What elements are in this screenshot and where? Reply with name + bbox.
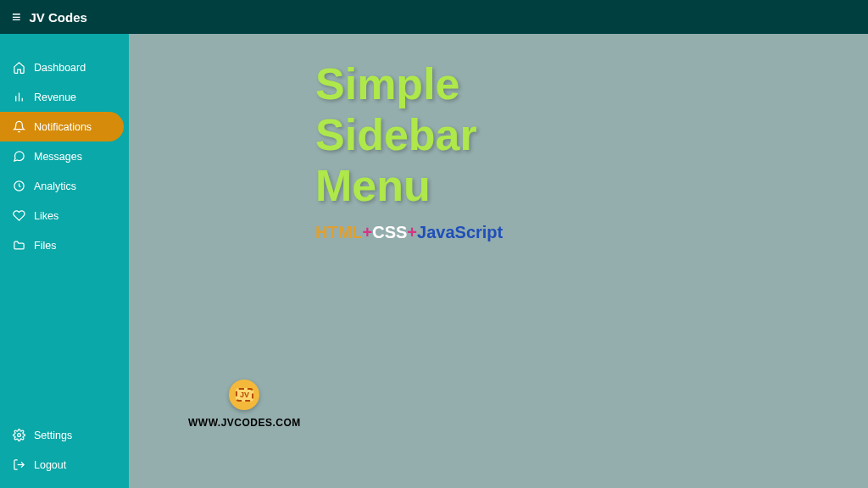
bar-chart-icon	[12, 91, 25, 104]
body: Dashboard Revenue Notifications Messages	[0, 34, 868, 488]
footer-block: JV WWW.JVCODES.COM	[188, 380, 301, 429]
hero-title: Simple Sidebar Menu	[315, 59, 868, 211]
sidebar-item-label: Notifications	[34, 121, 92, 133]
folder-icon	[12, 239, 25, 252]
topbar: ≡ JV Codes	[0, 0, 868, 34]
hero-line-2: Sidebar	[315, 110, 477, 159]
sidebar-item-label: Messages	[34, 151, 82, 163]
brand-title: JV Codes	[30, 10, 87, 25]
sidebar-item-label: Settings	[34, 430, 72, 441]
sidebar-item-label: Files	[34, 240, 56, 252]
sidebar-item-label: Analytics	[34, 180, 76, 192]
sub-html: HTML	[315, 223, 363, 241]
home-icon	[12, 61, 25, 75]
sub-plus-2: +	[407, 223, 417, 241]
sidebar-item-logout[interactable]: Logout	[0, 450, 124, 480]
main-content: Simple Sidebar Menu HTML+CSS+JavaScript …	[129, 34, 868, 488]
sidebar-item-revenue[interactable]: Revenue	[0, 82, 124, 112]
sidebar-bottom-group: Settings Logout	[0, 420, 129, 480]
menu-toggle-icon[interactable]: ≡	[12, 9, 21, 25]
sub-css: CSS	[372, 223, 407, 241]
hero-subline: HTML+CSS+JavaScript	[315, 223, 868, 242]
sub-plus-1: +	[363, 223, 373, 241]
sidebar-item-notifications[interactable]: Notifications	[0, 112, 124, 141]
logo-icon: JV	[229, 380, 259, 410]
hero-line-1: Simple	[315, 59, 460, 108]
svg-point-4	[17, 434, 20, 437]
sidebar-item-likes[interactable]: Likes	[0, 201, 124, 230]
message-icon	[12, 150, 25, 164]
sidebar-item-label: Dashboard	[34, 62, 86, 74]
sidebar-item-files[interactable]: Files	[0, 230, 124, 260]
gear-icon	[12, 429, 25, 442]
sub-js: JavaScript	[417, 223, 503, 241]
sidebar-item-label: Revenue	[34, 92, 76, 103]
sidebar-item-dashboard[interactable]: Dashboard	[0, 53, 124, 82]
hero-line-3: Menu	[315, 161, 431, 210]
sidebar-item-messages[interactable]: Messages	[0, 141, 124, 171]
sidebar-item-settings[interactable]: Settings	[0, 420, 124, 450]
sidebar-item-analytics[interactable]: Analytics	[0, 171, 124, 201]
sidebar-item-label: Likes	[34, 210, 58, 222]
footer-url: WWW.JVCODES.COM	[188, 417, 301, 429]
sidebar-item-label: Logout	[34, 459, 66, 471]
sidebar-top-group: Dashboard Revenue Notifications Messages	[0, 53, 129, 260]
heart-icon	[12, 209, 25, 223]
bell-icon	[12, 120, 25, 134]
logout-icon	[12, 458, 25, 472]
sidebar: Dashboard Revenue Notifications Messages	[0, 34, 129, 488]
logo-text: JV	[236, 388, 253, 402]
clock-icon	[12, 180, 25, 193]
